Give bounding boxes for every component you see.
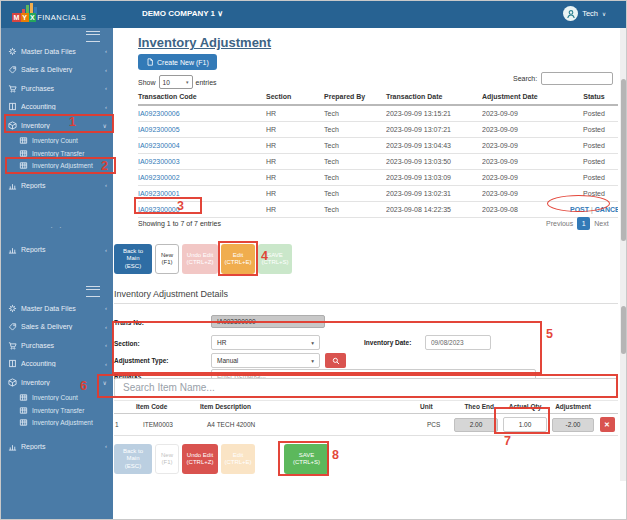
chevron-left-icon: ‹ <box>105 443 107 449</box>
column-header-section[interactable]: Section <box>266 91 324 105</box>
sidebar-item-label: Inventory Adjustment <box>32 419 107 426</box>
divider <box>114 303 618 304</box>
adjustment-date-cell: 2023-09-08 <box>482 202 570 218</box>
next-page-button[interactable]: Next <box>594 220 608 227</box>
column-header-unit: Unit <box>420 401 452 414</box>
column-header-adjustment-date[interactable]: Adjustment Date <box>482 91 570 105</box>
sidebar-item-label: Inventory Count <box>32 137 107 144</box>
menu-toggle-icon[interactable] <box>86 31 100 42</box>
transaction-code-link[interactable]: IA092300005 <box>138 126 180 133</box>
sidebar-item-purchases[interactable]: Purchases‹ <box>1 79 113 98</box>
new-button[interactable]: New(F1) <box>155 244 179 274</box>
sidebar-item-inventory-transfer[interactable]: Inventory Transfer <box>1 404 113 417</box>
scrollbar-thumb[interactable] <box>621 306 626 354</box>
scrollbar-thumb[interactable] <box>621 79 626 241</box>
table-summary: Showing 1 to 7 of 7 entries <box>138 220 221 227</box>
column-header-prepared-by[interactable]: Prepared By <box>324 91 386 105</box>
column-header-status[interactable]: Status <box>570 91 618 105</box>
sidebar-item-reports[interactable]: Reports‹ <box>1 176 113 195</box>
chevron-left-icon: ‹ <box>105 324 107 330</box>
transaction-code-link[interactable]: IA092300004 <box>138 142 180 149</box>
search-label: Search: <box>513 75 537 82</box>
column-header-blank <box>596 401 618 414</box>
chevron-left-icon: ‹ <box>105 48 107 54</box>
chevron-down-icon: ▾ <box>311 358 314 364</box>
column-header-transaction-date[interactable]: Transaction Date <box>386 91 482 105</box>
sidebar-item-master-data-files[interactable]: Master Data Files‹ <box>1 299 113 318</box>
back-to-main-button[interactable]: Back to Main(ESC) <box>114 244 152 274</box>
sidebar-item-inventory-adjustment[interactable]: Inventory Adjustment <box>1 417 113 430</box>
sidebar-collapsed-dots: · · <box>1 223 113 233</box>
table-row: IA092300002HRTech2023-09-09 13:03:092023… <box>138 170 618 186</box>
save-button: SAVE(CTRL+S) <box>258 244 292 274</box>
table-header-row: Transaction CodeSectionPrepared ByTransa… <box>138 91 618 105</box>
create-new-button[interactable]: Create New (F1) <box>138 54 217 70</box>
transaction-date-cell: 2023-09-09 13:03:50 <box>386 154 482 170</box>
transaction-code-link[interactable]: IA092300006 <box>138 110 180 117</box>
section-cell: HR <box>266 122 324 138</box>
sidebar-item-sales-delivery[interactable]: Sales & Delivery‹ <box>1 318 113 337</box>
status-cell: Posted <box>570 154 618 170</box>
menu-toggle-icon[interactable] <box>86 286 100 297</box>
transaction-code-link[interactable]: IA092300000 <box>138 206 180 213</box>
post-link[interactable]: POST <box>570 206 589 213</box>
items-header-row: Item CodeItem DescriptionUnitTheo EndAct… <box>114 401 618 414</box>
sidebar-item-reports[interactable]: Reports‹ <box>1 437 113 456</box>
sidebar-item-label: Master Data Files <box>21 48 103 55</box>
transaction-code-link[interactable]: IA092300002 <box>138 174 180 181</box>
previous-page-button[interactable]: Previous <box>546 220 573 227</box>
sidebar-item-label: Master Data Files <box>21 305 103 312</box>
current-page-button[interactable]: 1 <box>577 217 590 230</box>
status-cell: Posted <box>570 122 618 138</box>
sidebar-item-label: Reports <box>21 246 103 253</box>
edit-button[interactable]: Edit(CTRL+E) <box>221 244 255 274</box>
sidebar-item-label: Reports <box>21 443 103 450</box>
chevron-left-icon: ‹ <box>105 67 107 73</box>
status-cell: Posted <box>570 170 618 186</box>
adjustment-date-cell: 2023-09-09 <box>482 170 570 186</box>
chevron-down-icon: ▾ <box>186 79 189 85</box>
theo-end-field: 2.00 <box>454 418 498 432</box>
lookup-button[interactable] <box>325 353 346 368</box>
unit-cell: PCS <box>420 414 452 436</box>
column-header-transaction-code[interactable]: Transaction Code <box>138 91 266 105</box>
actual-qty-input[interactable] <box>503 417 547 432</box>
transaction-code-link[interactable]: IA092300001 <box>138 190 180 197</box>
transaction-code-link[interactable]: IA092300003 <box>138 158 180 165</box>
transactions-table: Transaction CodeSectionPrepared ByTransa… <box>138 91 618 218</box>
sidebar-item-inventory-transfer[interactable]: Inventory Transfer <box>1 147 113 160</box>
cube-icon <box>8 121 17 130</box>
section-select[interactable]: HR▾ <box>211 335 320 350</box>
delete-item-button[interactable]: ✕ <box>600 417 615 432</box>
sidebar-item-master-data-files[interactable]: Master Data Files‹ <box>1 42 113 61</box>
chevron-down-icon: ∨ <box>103 122 107 129</box>
sidebar-item-inventory[interactable]: Inventory∨ <box>1 116 113 135</box>
sidebar-item-reports[interactable]: Reports‹ <box>1 241 113 260</box>
inventory-date-field[interactable] <box>425 335 491 350</box>
sidebar-item-inventory[interactable]: Inventory∨ <box>1 373 113 392</box>
sidebar-item-inventory-count[interactable]: Inventory Count <box>1 135 113 148</box>
chevron-left-icon: ‹ <box>105 85 107 91</box>
status-cell: Posted <box>570 105 618 122</box>
sidebar-item-purchases[interactable]: Purchases‹ <box>1 336 113 355</box>
details-section-title: Inventory Adjustment Details <box>114 289 228 299</box>
sidebar-item-inventory-adjustment[interactable]: Inventory Adjustment <box>1 160 113 173</box>
logo-rest: FINANCIALS <box>37 13 86 22</box>
item-search-input[interactable] <box>114 378 618 397</box>
sidebar-item-inventory-count[interactable]: Inventory Count <box>1 392 113 405</box>
company-selector[interactable]: DEMO COMPANY 1 ∨ <box>142 9 223 18</box>
undo-edit-button[interactable]: Undo Edit(CTRL+Z) <box>182 444 218 474</box>
item-row: 1ITEM0003A4 TECH 4200NPCS2.00-2.00✕ <box>114 414 618 436</box>
search-input[interactable] <box>541 72 613 85</box>
adjustment-type-select[interactable]: Manual▾ <box>211 353 320 368</box>
save-button[interactable]: SAVE(CTRL+S) <box>284 444 329 474</box>
sidebar-item-sales-delivery[interactable]: Sales & Delivery‹ <box>1 61 113 80</box>
cancel-link[interactable]: CANCEL <box>595 206 618 213</box>
sidebar-item-accounting[interactable]: Accounting‹ <box>1 355 113 374</box>
book-icon <box>8 359 17 368</box>
sidebar-item-label: Accounting <box>21 103 103 110</box>
user-menu[interactable]: Tech ∨ <box>563 6 606 21</box>
page-size-select[interactable]: 10▾ <box>159 75 193 89</box>
sidebar-item-accounting[interactable]: Accounting‹ <box>1 98 113 117</box>
show-entries-control: Show 10▾ entries <box>138 75 217 89</box>
